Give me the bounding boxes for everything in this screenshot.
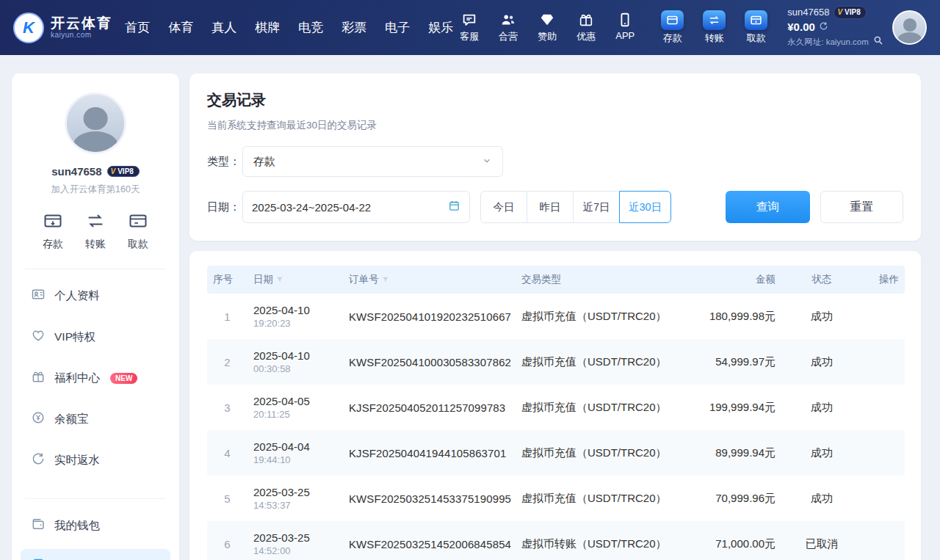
app-label: APP [615, 30, 634, 41]
quick-date-today[interactable]: 今日 [480, 191, 527, 223]
header-index: 序号 [207, 273, 247, 286]
deposit-shortcut-button[interactable]: 存款 [656, 10, 689, 45]
table-row: 3 2025-04-05 20:11:25 KJSF20250405201125… [207, 385, 905, 430]
row-time-value: 19:44:10 [253, 454, 337, 465]
withdraw-card-icon [745, 10, 767, 30]
brand-domain: kaiyun.com [51, 31, 112, 39]
row-date: 2025-04-10 19:20:23 [247, 304, 343, 329]
sponsor-button[interactable]: 赞助 [531, 12, 563, 43]
records-table-card: 序号 日期 订单号 交易类型 金额 状态 操作 1 2025-04-10 19:… [189, 251, 921, 560]
sidebar-item-transaction-records[interactable]: 交易记录 [21, 549, 170, 560]
quick-date-7days[interactable]: 近7日 [573, 191, 620, 223]
sidebar-item-rebate[interactable]: 实时返水 [12, 440, 179, 481]
top-navbar: K 开云体育 kaiyun.com 首页 体育 真人 棋牌 电竞 彩票 电子 娱… [0, 0, 940, 55]
row-transaction-type: 虚拟币转账（USDT/TRC20） [516, 537, 692, 551]
sidebar-withdraw-button[interactable]: 取款 [128, 211, 148, 251]
row-order-number: KJSF202504052011257099783 [343, 401, 516, 414]
partnership-icon [500, 12, 516, 28]
circular-arrow-icon [31, 451, 46, 469]
partnership-button[interactable]: 合营 [492, 12, 524, 43]
date-range-input[interactable] [252, 201, 442, 214]
nav-item-chess[interactable]: 棋牌 [255, 19, 280, 36]
row-date: 2025-04-05 20:11:25 [247, 395, 343, 420]
nav-item-home[interactable]: 首页 [125, 19, 150, 36]
nav-item-live[interactable]: 真人 [212, 19, 236, 36]
sidebar-item-yuebao-label: 余额宝 [54, 412, 89, 427]
page-subtitle: 当前系统支持查询最近30日的交易记录 [207, 119, 903, 132]
partnership-label: 合营 [499, 30, 518, 43]
nav-item-esports[interactable]: 电竞 [298, 19, 323, 36]
brand-name: 开云体育 [51, 16, 112, 32]
header-order-number: 订单号 [343, 273, 516, 286]
sidebar-avatar[interactable] [65, 92, 126, 154]
filter-icon[interactable] [382, 274, 389, 286]
withdraw-label: 取款 [747, 32, 766, 45]
sidebar-deposit-button[interactable]: 存款 [43, 211, 63, 251]
row-order-number: KWSF202504100030583307862 [343, 356, 516, 368]
sidebar-item-wallet[interactable]: 我的钱包 [12, 505, 179, 546]
row-time-value: 14:53:37 [253, 500, 337, 511]
vip-crown-icon: V [837, 7, 842, 18]
sidebar-item-rebate-label: 实时返水 [54, 453, 100, 468]
nav-item-slots[interactable]: 电子 [385, 19, 410, 36]
sidebar-item-welfare-label: 福利中心 [54, 371, 100, 386]
user-avatar[interactable] [892, 10, 927, 45]
row-date-value: 2025-03-25 [253, 531, 337, 544]
header-transaction-type: 交易类型 [516, 273, 692, 286]
filter-icon[interactable] [276, 274, 283, 286]
row-index: 3 [207, 401, 247, 414]
vip-badge: V VIP8 [834, 6, 866, 19]
new-badge: NEW [110, 373, 137, 384]
table-header-row: 序号 日期 订单号 交易类型 金额 状态 操作 [207, 266, 905, 294]
sidebar-item-yuebao[interactable]: 余额宝 [12, 399, 179, 440]
calendar-icon[interactable] [448, 200, 460, 215]
deposit-card-icon [661, 10, 684, 30]
search-icon[interactable] [873, 35, 883, 49]
promo-gift-icon [578, 12, 594, 28]
customer-service-button[interactable]: 客服 [453, 12, 485, 43]
app-download-button[interactable]: APP [609, 12, 641, 43]
table-row: 1 2025-04-10 19:20:23 KWSF20250410192023… [207, 294, 905, 339]
promo-button[interactable]: 优惠 [570, 12, 602, 43]
reset-button[interactable]: 重置 [820, 191, 903, 223]
refresh-balance-icon[interactable] [819, 20, 828, 34]
balance-amount: ¥0.00 [787, 20, 815, 34]
sidebar-item-profile[interactable]: 个人资料 [12, 275, 179, 316]
quick-date-yesterday[interactable]: 昨日 [527, 191, 574, 223]
sidebar-item-vip[interactable]: VIP特权 [12, 316, 179, 357]
row-transaction-type: 虚拟币充值（USDT/TRC20） [516, 492, 692, 506]
permanent-url-note: 永久网址: kaiyun.com [787, 37, 869, 48]
row-date-value: 2025-04-10 [253, 349, 337, 362]
quick-date-30days[interactable]: 近30日 [619, 191, 671, 223]
nav-item-lottery[interactable]: 彩票 [341, 19, 366, 36]
table-row: 2 2025-04-10 00:30:58 KWSF20250410003058… [207, 339, 905, 385]
type-select[interactable]: 存款 [242, 146, 503, 177]
row-order-number: KJSF202504041944105863701 [343, 447, 516, 459]
row-status: 成功 [781, 446, 862, 460]
row-transaction-type: 虚拟币充值（USDT/TRC20） [516, 401, 692, 415]
filter-card: 交易记录 当前系统支持查询最近30日的交易记录 类型： 存款 日期： 今日 昨日 [189, 73, 921, 241]
nav-item-sports[interactable]: 体育 [168, 19, 193, 36]
row-status: 成功 [781, 355, 862, 369]
sidebar-quick-actions: 存款 转账 取款 [12, 211, 179, 251]
row-status: 已取消 [781, 537, 862, 551]
sidebar-transfer-button[interactable]: 转账 [85, 211, 106, 251]
sidebar-avatar-photo [67, 95, 124, 152]
nav-item-entertainment[interactable]: 娱乐 [428, 19, 453, 36]
row-time-value: 19:20:23 [253, 318, 337, 329]
search-button[interactable]: 查询 [726, 191, 810, 223]
gift-icon [31, 369, 46, 387]
header-amount: 金额 [692, 273, 781, 286]
sidebar-item-welfare[interactable]: 福利中心 NEW [12, 357, 179, 399]
header-date: 日期 [247, 273, 343, 286]
row-status: 成功 [781, 310, 862, 324]
row-amount: 70,999.96元 [692, 492, 781, 506]
yuan-coin-icon [31, 410, 46, 428]
brand-logo[interactable]: K 开云体育 kaiyun.com [13, 12, 122, 43]
row-order-number: KWSF202503251453375190995 [343, 492, 516, 505]
page-title: 交易记录 [207, 90, 903, 110]
sponsor-icon [539, 12, 555, 28]
withdraw-shortcut-button[interactable]: 取款 [740, 10, 773, 45]
transfer-shortcut-button[interactable]: 转账 [698, 10, 731, 45]
row-date-value: 2025-04-05 [253, 395, 337, 407]
